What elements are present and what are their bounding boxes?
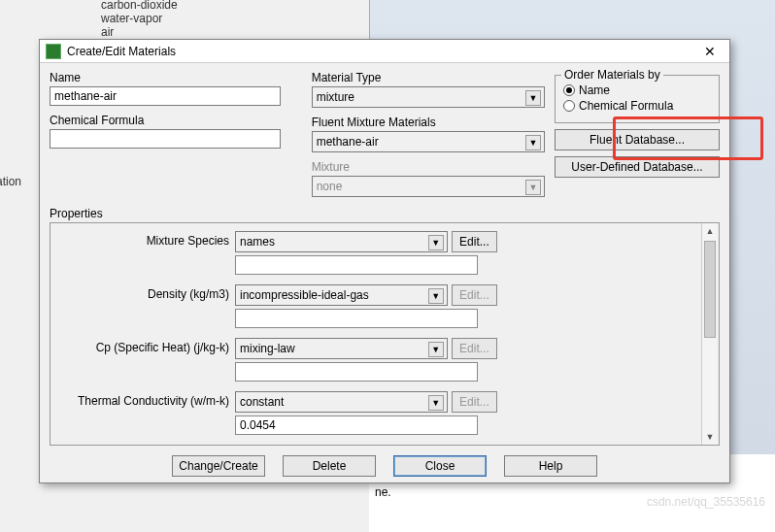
- density-value[interactable]: [235, 309, 478, 328]
- scroll-thumb[interactable]: [704, 241, 716, 338]
- name-label: Name: [50, 71, 281, 84]
- chevron-down-icon: ▼: [525, 180, 541, 195]
- prop-row-cp: Cp (Specific Heat) (j/kg-k) mixing-law ▼…: [60, 338, 691, 382]
- order-materials-legend: Order Materials by: [561, 68, 663, 82]
- properties-area: Properties Mixture Species names ▼ Edit.…: [50, 207, 720, 446]
- chevron-down-icon: ▼: [428, 235, 444, 250]
- prop-label: Cp (Specific Heat) (j/kg-k): [60, 338, 235, 354]
- app-icon: [46, 44, 61, 59]
- prop-label: Thermal Conductivity (w/m-k): [60, 391, 235, 408]
- thermal-conductivity-value[interactable]: 0.0454: [235, 416, 478, 435]
- mixture-value: none: [317, 180, 343, 193]
- order-by-formula-radio[interactable]: Chemical Formula: [563, 99, 711, 113]
- fluent-database-button[interactable]: Fluent Database...: [555, 129, 720, 150]
- prop-row-density: Density (kg/m3) incompressible-ideal-gas…: [60, 284, 691, 328]
- fluent-mixture-value: methane-air: [317, 135, 379, 149]
- order-by-formula-label: Chemical Formula: [579, 99, 673, 113]
- prop-label: Density (kg/m3): [60, 284, 235, 301]
- mixture-label: Mixture: [312, 160, 545, 174]
- properties-legend: Properties: [50, 207, 720, 220]
- chevron-down-icon: ▼: [428, 342, 444, 357]
- chevron-down-icon: ▼: [525, 90, 541, 106]
- create-edit-materials-dialog: Create/Edit Materials ✕ Name Chemical Fo…: [39, 39, 730, 483]
- scroll-up-icon[interactable]: ▲: [702, 223, 718, 239]
- scroll-down-icon[interactable]: ▼: [702, 429, 718, 445]
- properties-scrollbar[interactable]: ▲ ▼: [701, 223, 717, 445]
- cp-select[interactable]: mixing-law ▼: [235, 338, 448, 359]
- dialog-footer: Change/Create Delete Close Help: [40, 449, 729, 482]
- close-button[interactable]: Close: [393, 455, 487, 477]
- edit-button: Edit...: [452, 338, 497, 359]
- order-materials-fieldset: Order Materials by Name Chemical Formula: [555, 75, 720, 123]
- help-button[interactable]: Help: [504, 455, 597, 477]
- dialog-title: Create/Edit Materials: [67, 45, 696, 58]
- tree-item[interactable]: carbon-dioxide: [78, 0, 253, 12]
- density-select[interactable]: incompressible-ideal-gas ▼: [235, 284, 448, 306]
- edit-button: Edit...: [452, 284, 497, 306]
- close-icon[interactable]: ✕: [696, 44, 724, 59]
- chemical-formula-label: Chemical Formula: [50, 114, 281, 127]
- material-type-label: Material Type: [312, 71, 545, 84]
- chevron-down-icon: ▼: [428, 288, 444, 304]
- order-by-name-radio[interactable]: Name: [563, 83, 711, 97]
- user-defined-database-button[interactable]: User-Defined Database...: [555, 156, 720, 178]
- chevron-down-icon: ▼: [428, 395, 444, 411]
- fluent-mixture-label: Fluent Mixture Materials: [312, 116, 545, 129]
- chevron-down-icon: ▼: [525, 135, 541, 150]
- mixture-select: none ▼: [312, 176, 545, 197]
- material-type-value: mixture: [317, 90, 354, 104]
- fluent-mixture-select[interactable]: methane-air ▼: [312, 131, 545, 152]
- cut-text: zation: [0, 175, 21, 188]
- mixture-species-value[interactable]: [235, 255, 478, 275]
- properties-panel: Mixture Species names ▼ Edit...: [50, 222, 720, 446]
- order-by-name-label: Name: [579, 83, 610, 97]
- tree-item[interactable]: water-vapor: [78, 12, 253, 25]
- edit-button[interactable]: Edit...: [452, 231, 497, 252]
- tree-item[interactable]: air: [78, 25, 253, 39]
- titlebar[interactable]: Create/Edit Materials ✕: [40, 40, 729, 63]
- chemical-formula-input[interactable]: [50, 129, 281, 149]
- delete-button[interactable]: Delete: [283, 455, 376, 477]
- dialog-body: Name Chemical Formula Material Type mixt…: [40, 63, 729, 449]
- prop-label: Mixture Species: [60, 231, 235, 248]
- material-type-select[interactable]: mixture ▼: [312, 86, 545, 108]
- cp-value[interactable]: [235, 362, 478, 382]
- edit-button: Edit...: [452, 391, 497, 413]
- prop-row-mixture-species: Mixture Species names ▼ Edit...: [60, 231, 691, 275]
- thermal-conductivity-select[interactable]: constant ▼: [235, 391, 448, 413]
- name-input[interactable]: [50, 86, 281, 106]
- radio-icon: [563, 84, 575, 96]
- radio-icon: [563, 100, 575, 112]
- prop-row-thermal-conductivity: Thermal Conductivity (w/m-k) constant ▼ …: [60, 391, 691, 435]
- watermark: csdn.net/qq_35535616: [647, 495, 765, 509]
- mixture-species-select[interactable]: names ▼: [235, 231, 448, 252]
- change-create-button[interactable]: Change/Create: [172, 455, 265, 477]
